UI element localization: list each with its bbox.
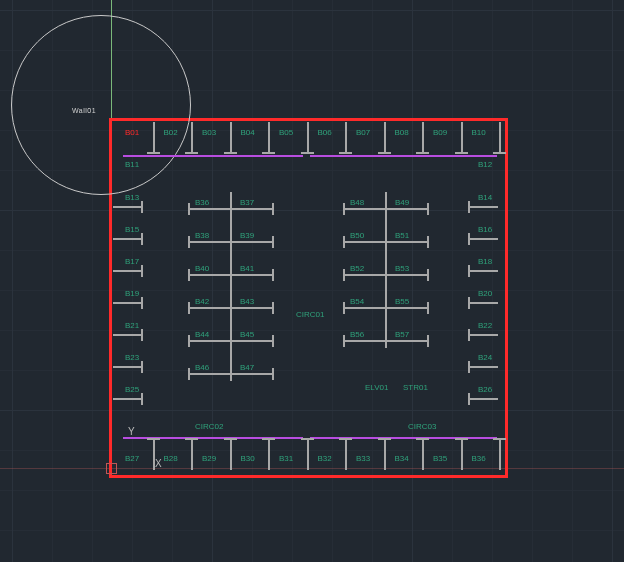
lbl-b36: B36	[195, 198, 209, 207]
top-tick	[461, 122, 463, 152]
cluster-endcap	[427, 236, 429, 248]
lbl-b32: B32	[318, 454, 332, 463]
cluster-crossbar	[190, 307, 272, 309]
top-tick	[268, 122, 270, 152]
lbl-b31: B31	[279, 454, 293, 463]
top-tick-cap	[378, 152, 391, 154]
top-tick-cap	[416, 152, 429, 154]
lbl-b23: B23	[125, 353, 139, 362]
beam-purple-top-right	[310, 155, 497, 157]
cluster-spine	[385, 192, 387, 348]
lbl-b41: B41	[240, 264, 254, 273]
cluster-endcap	[343, 302, 345, 314]
lbl-b19: B19	[125, 289, 139, 298]
left-stub-cap	[141, 329, 143, 341]
left-stub-cap	[141, 393, 143, 405]
top-tick	[499, 122, 501, 152]
lbl-b06: B06	[318, 128, 332, 137]
top-tick-cap	[493, 152, 506, 154]
cluster-endcap	[272, 269, 274, 281]
top-tick	[230, 122, 232, 152]
left-stub	[113, 270, 141, 272]
right-stub	[470, 270, 498, 272]
lbl-circ01: CIRC01	[296, 310, 324, 319]
lbl-b14: B14	[478, 193, 492, 202]
bot-tick-cap	[224, 438, 237, 440]
lbl-b46: B46	[195, 363, 209, 372]
top-tick	[384, 122, 386, 152]
lbl-b44: B44	[195, 330, 209, 339]
cluster-crossbar	[345, 340, 427, 342]
top-tick-cap	[185, 152, 198, 154]
lbl-b38: B38	[195, 231, 209, 240]
cluster-endcap	[188, 368, 190, 380]
bot-tick	[384, 440, 386, 470]
top-tick	[153, 122, 155, 152]
lbl-b17: B17	[125, 257, 139, 266]
lbl-b11: B11	[125, 160, 139, 169]
lbl-b34: B34	[395, 454, 409, 463]
lbl-b29: B29	[202, 454, 216, 463]
cluster-endcap	[343, 335, 345, 347]
lbl-b18: B18	[478, 257, 492, 266]
left-stub	[113, 238, 141, 240]
left-stub-cap	[141, 361, 143, 373]
lbl-b20: B20	[478, 289, 492, 298]
lbl-b27: B27	[125, 454, 139, 463]
cluster-crossbar	[345, 241, 427, 243]
cluster-crossbar	[190, 340, 272, 342]
top-tick	[191, 122, 193, 152]
bot-tick-cap	[455, 438, 468, 440]
lbl-circ03: CIRC03	[408, 422, 436, 431]
top-tick	[345, 122, 347, 152]
left-stub	[113, 334, 141, 336]
lbl-circ02: CIRC02	[195, 422, 223, 431]
bot-tick	[461, 440, 463, 470]
lbl-b45: B45	[240, 330, 254, 339]
right-stub-cap	[468, 233, 470, 245]
cluster-endcap	[188, 203, 190, 215]
bot-tick-cap	[339, 438, 352, 440]
bot-tick	[499, 440, 501, 470]
lbl-b35: B35	[433, 454, 447, 463]
bot-tick	[422, 440, 424, 470]
lbl-b30: B30	[241, 454, 255, 463]
lbl-b15: B15	[125, 225, 139, 234]
cluster-crossbar	[345, 274, 427, 276]
right-stub-cap	[468, 361, 470, 373]
lbl-b47: B47	[240, 363, 254, 372]
bot-tick-cap	[493, 438, 506, 440]
right-stub-cap	[468, 393, 470, 405]
cluster-endcap	[343, 203, 345, 215]
cluster-endcap	[188, 269, 190, 281]
cluster-endcap	[427, 302, 429, 314]
right-stub	[470, 334, 498, 336]
cluster-crossbar	[190, 373, 272, 375]
selection-circle	[11, 15, 191, 195]
beam-purple-top-left	[123, 155, 303, 157]
left-stub	[113, 206, 141, 208]
left-stub-cap	[141, 265, 143, 277]
lbl-b10: B10	[472, 128, 486, 137]
bot-tick	[230, 440, 232, 470]
bot-tick-cap	[185, 438, 198, 440]
bot-tick-cap	[378, 438, 391, 440]
top-tick	[422, 122, 424, 152]
top-tick-cap	[339, 152, 352, 154]
cluster-endcap	[272, 368, 274, 380]
right-stub-cap	[468, 201, 470, 213]
wall-label: Wall01	[72, 107, 96, 114]
cluster-endcap	[188, 302, 190, 314]
cluster-crossbar	[190, 241, 272, 243]
right-stub	[470, 206, 498, 208]
bot-tick	[345, 440, 347, 470]
left-stub	[113, 398, 141, 400]
lbl-b13: B13	[125, 193, 139, 202]
cad-canvas[interactable]: Wall01 Y X B01B02B03B04B05B06B07B08B09B1…	[0, 0, 624, 562]
bot-tick	[191, 440, 193, 470]
cluster-crossbar	[345, 307, 427, 309]
lbl-b26: B26	[478, 385, 492, 394]
cluster-endcap	[272, 203, 274, 215]
lbl-b22: B22	[478, 321, 492, 330]
cluster-endcap	[343, 236, 345, 248]
